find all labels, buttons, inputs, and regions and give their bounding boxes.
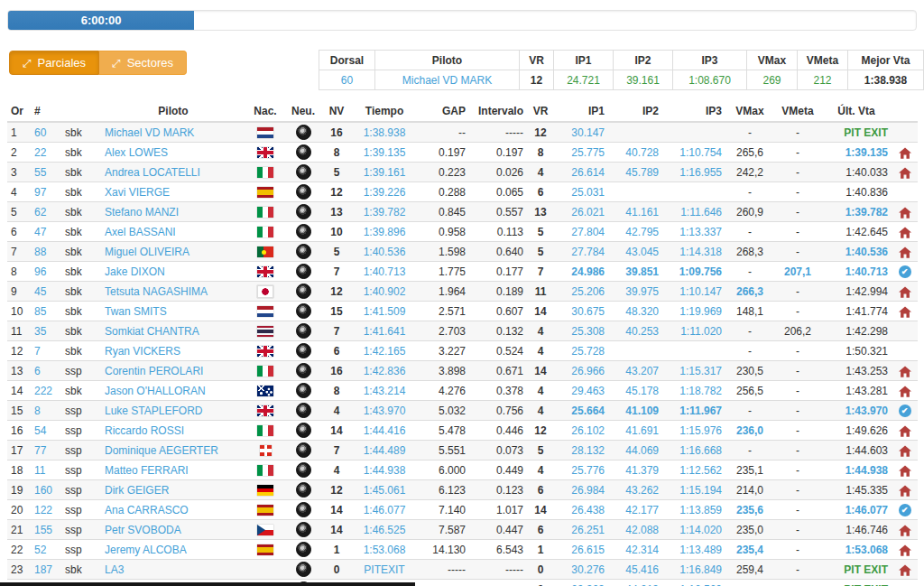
cell-rider-name[interactable]: Ana CARRASCO <box>101 500 245 520</box>
cell-last-lap: 1:49.626 <box>821 421 892 441</box>
cell-rider-name[interactable]: Ryan VICKERS <box>101 341 245 361</box>
cell-rider-number[interactable]: 22 <box>31 143 61 163</box>
cell-gap: 3.898 <box>417 361 469 381</box>
cell-rider-number[interactable]: 45 <box>31 282 61 302</box>
cell-best-lap-number: 14 <box>527 302 554 321</box>
cell-rider-name[interactable]: Jeremy ALCOBA <box>101 540 245 560</box>
cell-class: sbk <box>61 163 101 182</box>
cell-status-icon <box>892 242 918 262</box>
cell-rider-name[interactable]: Petr SVOBODA <box>101 520 245 540</box>
cell-vmax: 214,0 <box>725 480 774 500</box>
cell-rider-name[interactable]: Tetsuta NAGASHIMA <box>101 282 245 302</box>
tyre-icon <box>296 224 311 239</box>
cell-interval: ----- <box>469 122 527 143</box>
sectores-button[interactable]: ⤢ Sectores <box>99 51 187 75</box>
cell-rider-number[interactable]: 62 <box>31 202 61 222</box>
cell-rider-number[interactable]: 8 <box>31 401 61 421</box>
cell-rider-number[interactable]: 6 <box>31 361 61 381</box>
cell-vmeta: - <box>774 282 821 302</box>
parciales-button[interactable]: ⤢ Parciales <box>9 51 99 75</box>
header-neu: Neu. <box>285 101 321 122</box>
cell-rider-number[interactable]: 60 <box>31 122 61 143</box>
nationality-flag-icon <box>257 306 273 317</box>
cell-rider-number[interactable]: 7 <box>31 341 61 361</box>
cell-rider-number[interactable]: 47 <box>31 222 61 242</box>
cell-status-icon <box>892 222 918 242</box>
cell-ip2: 44.069 <box>608 441 662 460</box>
nationality-flag-icon <box>257 346 273 357</box>
cell-tyre <box>285 500 321 520</box>
in-pit-home-icon <box>899 167 911 179</box>
cell-rider-name[interactable]: Riccardo ROSSI <box>101 421 245 441</box>
nationality-flag-icon <box>257 246 273 257</box>
cell-rider-name[interactable]: Axel BASSANI <box>101 222 245 242</box>
cell-interval: 0.446 <box>469 421 527 441</box>
cell-nationality <box>245 321 285 341</box>
cell-rider-name[interactable]: Dirk GEIGER <box>101 480 245 500</box>
cell-rider-name[interactable]: Luke STAPLEFORD <box>101 401 245 421</box>
cell-position: 10 <box>7 302 31 321</box>
cell-rider-name[interactable]: Michael VD MARK <box>101 122 245 143</box>
cell-rider-number[interactable]: 88 <box>31 242 61 262</box>
cell-tyre <box>285 262 321 282</box>
cell-laps: 12 <box>321 480 352 500</box>
cell-rider-number[interactable]: 122 <box>31 500 61 520</box>
cell-interval: 0.177 <box>469 262 527 282</box>
cell-vmax: - <box>725 262 774 282</box>
cell-rider-name[interactable]: Xavi VIERGE <box>101 182 245 202</box>
cell-tyre <box>285 182 321 202</box>
cell-class: sbk <box>61 341 101 361</box>
cell-tyre <box>285 242 321 262</box>
cell-rider-number[interactable]: 35 <box>31 321 61 341</box>
cell-vmax: 242,2 <box>725 163 774 182</box>
summary-header-vmeta: VMeta <box>798 51 848 70</box>
cell-vmax: 235,1 <box>725 460 774 480</box>
cell-rider-number[interactable]: 155 <box>31 520 61 540</box>
resize-arrows-icon: ⤢ <box>112 57 121 70</box>
cell-nationality <box>245 122 285 143</box>
summary-dorsal[interactable]: 60 <box>319 70 375 90</box>
cell-rider-number[interactable]: 54 <box>31 421 61 441</box>
summary-piloto[interactable]: Michael VD MARK <box>375 70 520 90</box>
selected-rider-summary: Dorsal Piloto VR IP1 IP2 IP3 VMax VMeta … <box>319 50 924 90</box>
cell-ip2: 45.416 <box>608 560 662 580</box>
cell-rider-number[interactable]: 11 <box>31 460 61 480</box>
cell-rider-name[interactable]: LA3 <box>101 560 245 580</box>
cell-position: 4 <box>7 182 31 202</box>
cell-rider-name[interactable]: Miguel OLIVEIRA <box>101 242 245 262</box>
cell-vmeta: - <box>774 480 821 500</box>
cell-gap: ----- <box>417 580 469 586</box>
cell-rider-name[interactable]: Dominique AEGERTER <box>101 441 245 460</box>
nationality-flag-icon <box>257 544 273 555</box>
cell-rider-number[interactable]: 52 <box>31 540 61 560</box>
cell-ip2: 45.789 <box>608 163 662 182</box>
cell-best-lap-number: 6 <box>527 480 554 500</box>
cell-rider-number[interactable]: 160 <box>31 480 61 500</box>
cell-rider-number[interactable]: 55 <box>31 163 61 182</box>
timing-row: 23 187 sbk LA3 0 PITEXIT ----- ----- 0 3… <box>7 560 918 580</box>
cell-interval: 0.073 <box>469 441 527 460</box>
cell-rider-name[interactable]: Andrea LOCATELLI <box>101 163 245 182</box>
cell-rider-number[interactable]: 85 <box>31 302 61 321</box>
cell-rider-name[interactable]: Corentin PEROLARI <box>101 361 245 381</box>
cell-rider-number[interactable]: 222 <box>31 381 61 401</box>
cell-rider-name[interactable]: Alex LOWES <box>101 143 245 163</box>
cell-rider-name[interactable]: Stefano MANZI <box>101 202 245 222</box>
cell-rider-name[interactable]: Jason O'HALLORAN <box>101 381 245 401</box>
cell-ip1: 27.804 <box>554 222 608 242</box>
cell-nationality <box>245 540 285 560</box>
timing-row: 17 77 ssp Dominique AEGERTER 7 1:44.489 … <box>7 441 918 460</box>
cell-rider-number[interactable]: 96 <box>31 262 61 282</box>
cell-rider-number[interactable]: 97 <box>31 182 61 202</box>
cell-rider-name[interactable]: Somkiat CHANTRA <box>101 321 245 341</box>
nationality-flag-icon <box>257 405 273 416</box>
cell-rider-name[interactable]: Jake DIXON <box>101 262 245 282</box>
cell-vmax: 235,4 <box>725 540 774 560</box>
cell-rider-number[interactable]: 77 <box>31 441 61 460</box>
cell-rider-name[interactable]: Twan SMITS <box>101 302 245 321</box>
cell-rider-number[interactable]: 187 <box>31 560 61 580</box>
cell-interval: 0.065 <box>469 182 527 202</box>
cell-ip3: 1:12.562 <box>662 460 725 480</box>
cell-rider-name[interactable]: Matteo FERRARI <box>101 460 245 480</box>
cell-status-icon <box>892 302 918 321</box>
